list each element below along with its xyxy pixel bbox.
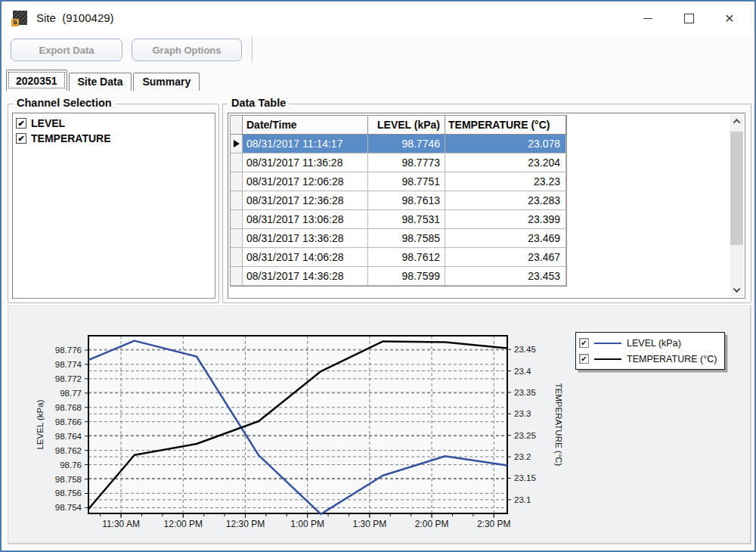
legend-entry-temperature-c: ✔TEMPERATURE (°C) [579, 351, 717, 367]
y-right-tick-label: 23.2 [514, 452, 531, 461]
legend-entry-level-kpa: ✔LEVEL (kPa) [579, 335, 717, 351]
legend-label: LEVEL (kPa) [627, 338, 681, 349]
channel-checkbox-temperature[interactable]: ✔ [16, 133, 26, 144]
tab-2020351[interactable]: 2020351 [6, 70, 67, 91]
row-selector-cell[interactable] [231, 267, 243, 286]
chevron-down-icon [733, 285, 741, 293]
cell-level[interactable]: 98.7613 [368, 191, 445, 210]
tab-site-data[interactable]: Site Data [69, 73, 132, 91]
scroll-down-button[interactable] [730, 284, 743, 296]
cell-datetime[interactable]: 08/31/2017 12:06:28 [243, 172, 368, 191]
channel-list: ✔LEVEL✔TEMPERATURE [12, 113, 215, 299]
app-icon: S [13, 11, 27, 25]
cell-datetime[interactable]: 08/31/2017 13:36:28 [243, 229, 368, 248]
channel-selection-group: Channel Selection ✔LEVEL✔TEMPERATURE [8, 104, 219, 303]
legend-label: TEMPERATURE (°C) [627, 354, 717, 364]
row-selector-cell[interactable] [231, 172, 243, 191]
table-row[interactable]: 08/31/2017 14:06:2898.761223.467 [231, 248, 566, 267]
y-right-tick-label: 23.3 [514, 409, 531, 418]
cell-level[interactable]: 98.7746 [368, 135, 445, 154]
data-table-group: Data Table Date/TimeLEVEL (kPa)TEMPERATU… [222, 104, 751, 303]
cell-temperature[interactable]: 23.23 [445, 172, 566, 191]
title-bar: S Site (9100429) × [2, 2, 754, 35]
tab-summary[interactable]: Summary [133, 73, 200, 91]
cell-datetime[interactable]: 08/31/2017 11:14:17 [243, 135, 368, 154]
table-row[interactable]: 08/31/2017 12:06:2898.775123.23 [231, 172, 566, 191]
export-data-button[interactable]: Export Data [11, 39, 122, 61]
toolbar-separator [252, 37, 253, 63]
cell-temperature[interactable]: 23.283 [445, 191, 566, 210]
cell-level[interactable]: 98.7751 [368, 172, 445, 191]
channel-label-temperature: TEMPERATURE [31, 131, 111, 146]
x-tick-label: 2:30 PM [477, 519, 511, 529]
x-tick-label: 2:00 PM [415, 519, 449, 529]
data-table-title: Data Table [228, 97, 290, 109]
maximize-button[interactable] [668, 2, 709, 35]
cell-temperature[interactable]: 23.453 [445, 267, 566, 286]
y-right-tick-label: 23.15 [514, 473, 536, 482]
close-button[interactable]: × [709, 2, 750, 35]
cell-temperature[interactable]: 23.467 [445, 248, 566, 267]
table-area: Date/TimeLEVEL (kPa)TEMPERATURE (°C)08/3… [228, 113, 745, 299]
table-row[interactable]: 08/31/2017 11:14:1798.774623.078 [231, 135, 566, 154]
row-selector-header [231, 116, 243, 135]
row-selector-cell[interactable] [231, 229, 243, 248]
y-right-tick-label: 23.45 [514, 345, 536, 354]
cell-datetime[interactable]: 08/31/2017 12:36:28 [243, 191, 368, 210]
cell-datetime[interactable]: 08/31/2017 11:36:28 [243, 154, 368, 172]
table-row[interactable]: 08/31/2017 11:36:2898.777323.204 [231, 154, 566, 172]
y-left-tick-label: 98.76 [60, 461, 82, 470]
cell-datetime[interactable]: 08/31/2017 14:36:28 [243, 267, 368, 286]
y-left-tick-label: 98.776 [55, 346, 82, 355]
window-controls: × [627, 2, 750, 35]
y-right-tick-label: 23.1 [514, 495, 531, 504]
y-axis-title-right: TEMPERATURE (°C) [554, 383, 563, 467]
x-tick-label: 12:00 PM [164, 519, 203, 529]
x-tick-label: 1:30 PM [353, 519, 387, 529]
cell-temperature[interactable]: 23.399 [445, 210, 566, 229]
cell-level[interactable]: 98.7599 [368, 267, 445, 286]
row-selector-cell[interactable] [231, 191, 243, 210]
app-window: S Site (9100429) × Export Data Graph Opt… [0, 0, 756, 552]
channel-checkbox-level[interactable]: ✔ [16, 118, 26, 129]
row-selector-cell[interactable] [231, 154, 243, 172]
x-tick-label: 11:30 AM [102, 519, 140, 529]
row-selector-cell[interactable] [231, 210, 243, 229]
legend-checkbox-temperature-c[interactable]: ✔ [579, 354, 589, 364]
data-grid: Date/TimeLEVEL (kPa)TEMPERATURE (°C)08/3… [230, 115, 567, 287]
table-scrollbar[interactable] [730, 115, 743, 296]
y-left-tick-label: 98.756 [55, 488, 82, 498]
cell-temperature[interactable]: 23.078 [445, 135, 566, 154]
y-axis-title-left: LEVEL (kPa) [36, 399, 45, 449]
minimize-button[interactable] [627, 2, 668, 35]
table-row[interactable]: 08/31/2017 13:36:2898.758523.469 [231, 229, 566, 248]
table-row[interactable]: 08/31/2017 13:06:2898.753123.399 [231, 210, 566, 229]
table-row[interactable]: 08/31/2017 12:36:2898.761323.283 [231, 191, 566, 210]
chart-legend: ✔LEVEL (kPa)✔TEMPERATURE (°C) [575, 332, 725, 370]
tab-strip: 2020351Site DataSummary [6, 70, 201, 91]
cell-level[interactable]: 98.7773 [368, 154, 445, 172]
cell-level[interactable]: 98.7531 [368, 210, 445, 229]
maximize-icon [684, 14, 694, 23]
scrollbar-thumb[interactable] [730, 132, 743, 245]
row-selector-cell[interactable] [231, 248, 243, 267]
window-title: Site (9100429) [36, 11, 114, 24]
chart-panel: 98.77698.77498.77298.7798.76898.76698.76… [8, 305, 751, 544]
table-row[interactable]: 08/31/2017 14:36:2898.759923.453 [231, 267, 566, 286]
y-left-tick-label: 98.774 [55, 360, 82, 369]
cell-level[interactable]: 98.7585 [368, 229, 445, 248]
cell-datetime[interactable]: 08/31/2017 13:06:28 [243, 210, 368, 229]
legend-checkbox-level-kpa[interactable]: ✔ [579, 338, 589, 348]
scroll-up-button[interactable] [730, 115, 743, 128]
y-left-tick-label: 98.764 [55, 432, 82, 441]
cell-datetime[interactable]: 08/31/2017 14:06:28 [243, 248, 368, 267]
graph-options-button[interactable]: Graph Options [132, 39, 242, 61]
cell-temperature[interactable]: 23.204 [445, 154, 566, 172]
cell-temperature[interactable]: 23.469 [445, 229, 566, 248]
y-left-tick-label: 98.766 [55, 417, 82, 426]
minimize-icon [643, 18, 652, 19]
legend-line-sample [594, 343, 621, 344]
channel-item-temperature: ✔TEMPERATURE [14, 131, 213, 146]
row-selector-cell[interactable] [231, 135, 243, 154]
cell-level[interactable]: 98.7612 [368, 248, 445, 267]
